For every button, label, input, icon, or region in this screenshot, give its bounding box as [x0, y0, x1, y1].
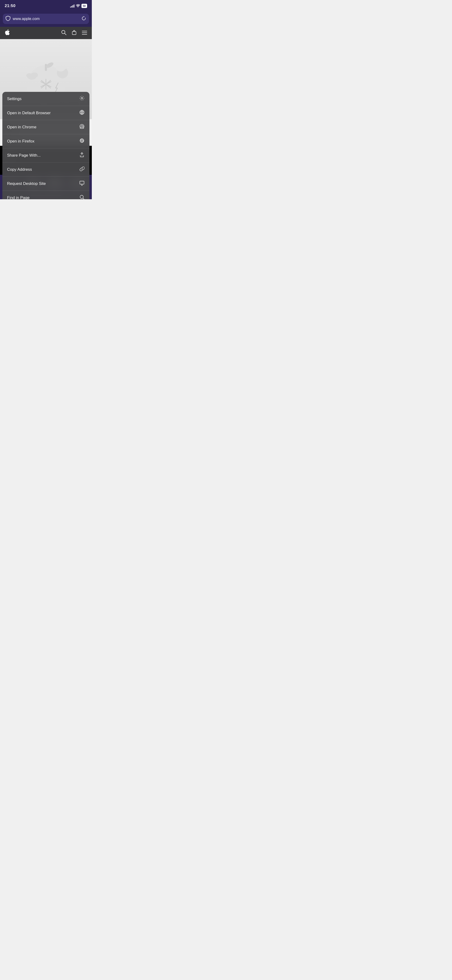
context-menu-overlay: Settings Open in Default Browser Ope — [0, 0, 92, 199]
menu-item-find[interactable]: Find in Page — [2, 191, 89, 199]
copy-address-label: Copy Address — [7, 167, 32, 172]
gear-icon — [79, 95, 85, 102]
firefox-icon — [79, 138, 85, 144]
menu-item-open-default[interactable]: Open in Default Browser — [2, 106, 89, 120]
svg-point-21 — [81, 97, 83, 99]
share-icon — [79, 152, 85, 159]
find-label: Find in Page — [7, 196, 29, 199]
globe-icon — [79, 110, 85, 116]
svg-point-22 — [80, 110, 84, 115]
menu-item-share[interactable]: Share Page With... — [2, 148, 89, 162]
chrome-icon — [79, 124, 85, 130]
menu-item-request-desktop[interactable]: Request Desktop Site — [2, 177, 89, 191]
request-desktop-label: Request Desktop Site — [7, 181, 46, 186]
link-icon — [79, 166, 85, 173]
search-icon — [79, 194, 85, 199]
context-menu: Settings Open in Default Browser Ope — [2, 92, 89, 199]
open-firefox-label: Open in Firefox — [7, 139, 34, 144]
svg-rect-31 — [80, 181, 84, 184]
menu-item-open-chrome[interactable]: Open in Chrome — [2, 120, 89, 134]
open-chrome-label: Open in Chrome — [7, 125, 36, 129]
menu-item-copy-address[interactable]: Copy Address — [2, 162, 89, 177]
desktop-icon — [79, 180, 85, 187]
share-label: Share Page With... — [7, 153, 41, 158]
menu-item-settings[interactable]: Settings — [2, 92, 89, 106]
settings-label: Settings — [7, 97, 21, 101]
svg-line-35 — [83, 198, 84, 199]
menu-item-open-firefox[interactable]: Open in Firefox — [2, 134, 89, 148]
open-default-label: Open in Default Browser — [7, 111, 51, 115]
